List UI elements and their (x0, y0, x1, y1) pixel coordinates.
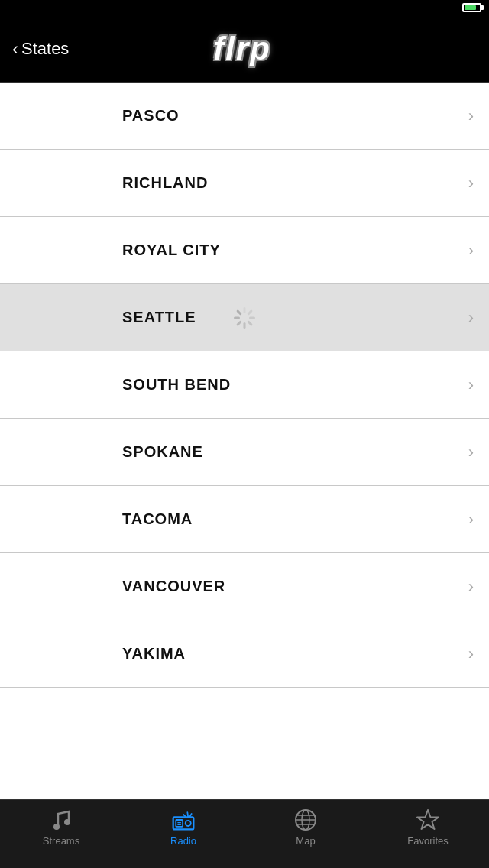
nav-bar: ‹ States flrp (0, 15, 489, 83)
loading-spinner (234, 307, 255, 329)
tab-streams[interactable]: Streams (0, 808, 122, 847)
star-icon (416, 808, 440, 832)
back-button[interactable]: ‹ States (12, 38, 69, 60)
list-item-seattle[interactable]: SEATTLE› (0, 284, 489, 351)
chevron-right-icon: › (468, 173, 474, 193)
list-item-yakima[interactable]: YAKIMA› (0, 620, 489, 688)
svg-point-0 (53, 824, 60, 830)
city-label-vancouver: VANCOUVER (122, 578, 225, 595)
tab-label-streams: Streams (43, 835, 79, 847)
chevron-right-icon: › (468, 375, 474, 395)
list-item-richland[interactable]: RICHLAND› (0, 150, 489, 217)
list-item-royal-city[interactable]: ROYAL CITY› (0, 217, 489, 284)
chevron-right-icon: › (468, 577, 474, 597)
music-note-icon (49, 808, 73, 832)
city-label-seattle: SEATTLE (122, 309, 196, 326)
chevron-right-icon: › (468, 106, 474, 126)
list-item-tacoma[interactable]: TACOMA› (0, 486, 489, 553)
tab-map[interactable]: Map (244, 808, 367, 847)
svg-point-1 (64, 819, 70, 825)
back-label: States (21, 39, 69, 59)
status-bar (0, 0, 489, 15)
city-list: PASCO›RICHLAND›ROYAL CITY›SEATTLE›SOUTH … (0, 83, 489, 799)
tab-favorites[interactable]: Favorites (367, 808, 489, 847)
battery-fill (465, 5, 476, 10)
tab-label-map: Map (296, 835, 315, 847)
city-label-richland: RICHLAND (122, 174, 208, 192)
svg-rect-3 (176, 820, 183, 827)
city-label-tacoma: TACOMA (122, 510, 193, 528)
back-chevron-icon: ‹ (12, 38, 18, 60)
chevron-right-icon: › (468, 510, 474, 530)
list-item-pasco[interactable]: PASCO› (0, 83, 489, 150)
chevron-right-icon: › (468, 308, 474, 328)
city-label-pasco: PASCO (122, 107, 180, 125)
chevron-right-icon: › (468, 442, 474, 462)
tab-label-radio: Radio (170, 835, 196, 847)
app-logo: flrp (213, 31, 271, 67)
list-item-spokane[interactable]: SPOKANE› (0, 419, 489, 486)
battery-indicator (462, 3, 481, 12)
globe-icon (293, 808, 318, 832)
tab-bar: Streams Radio Map Favorites (0, 799, 489, 868)
tab-radio[interactable]: Radio (122, 808, 244, 847)
svg-point-4 (186, 821, 191, 826)
city-label-royal-city: ROYAL CITY (122, 241, 221, 259)
chevron-right-icon: › (468, 644, 474, 664)
logo-area: flrp (69, 31, 477, 67)
svg-marker-15 (417, 810, 439, 829)
city-label-yakima: YAKIMA (122, 645, 186, 662)
city-label-spokane: SPOKANE (122, 443, 203, 461)
radio-icon (171, 808, 196, 832)
city-label-south-bend: SOUTH BEND (122, 376, 231, 394)
list-item-south-bend[interactable]: SOUTH BEND› (0, 351, 489, 419)
chevron-right-icon: › (468, 241, 474, 261)
svg-line-6 (187, 812, 188, 817)
tab-label-favorites: Favorites (407, 835, 448, 847)
list-item-vancouver[interactable]: VANCOUVER› (0, 553, 489, 620)
